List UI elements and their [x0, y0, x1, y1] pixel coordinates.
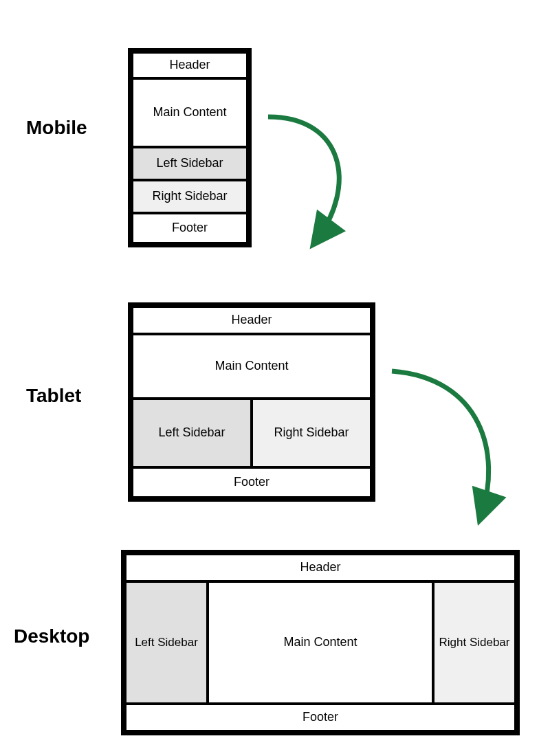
- tablet-header: Header: [132, 307, 371, 334]
- tablet-main: Main Content: [132, 334, 371, 399]
- label-tablet: Tablet: [26, 385, 81, 407]
- device-tablet: Header Main Content Left Sidebar Right S…: [128, 302, 375, 502]
- device-desktop: Header Left Sidebar Main Content Right S…: [121, 550, 520, 735]
- label-desktop: Desktop: [14, 625, 89, 647]
- arrow-tablet-to-desktop-icon: [385, 357, 522, 536]
- mobile-main: Main Content: [132, 78, 248, 147]
- label-mobile: Mobile: [26, 117, 87, 139]
- mobile-footer: Footer: [132, 213, 248, 243]
- mobile-header: Header: [132, 52, 248, 78]
- desktop-footer: Footer: [125, 704, 516, 731]
- tablet-footer: Footer: [132, 467, 371, 498]
- device-mobile: Header Main Content Left Sidebar Right S…: [128, 48, 252, 247]
- desktop-left-sidebar: Left Sidebar: [125, 581, 208, 704]
- desktop-right-sidebar: Right Sidebar: [433, 581, 516, 704]
- mobile-left-sidebar: Left Sidebar: [132, 147, 248, 180]
- arrow-mobile-to-tablet-icon: [261, 103, 378, 261]
- desktop-main: Main Content: [208, 581, 433, 704]
- tablet-left-sidebar: Left Sidebar: [132, 399, 252, 467]
- tablet-right-sidebar: Right Sidebar: [252, 399, 371, 467]
- desktop-header: Header: [125, 554, 516, 581]
- mobile-right-sidebar: Right Sidebar: [132, 180, 248, 213]
